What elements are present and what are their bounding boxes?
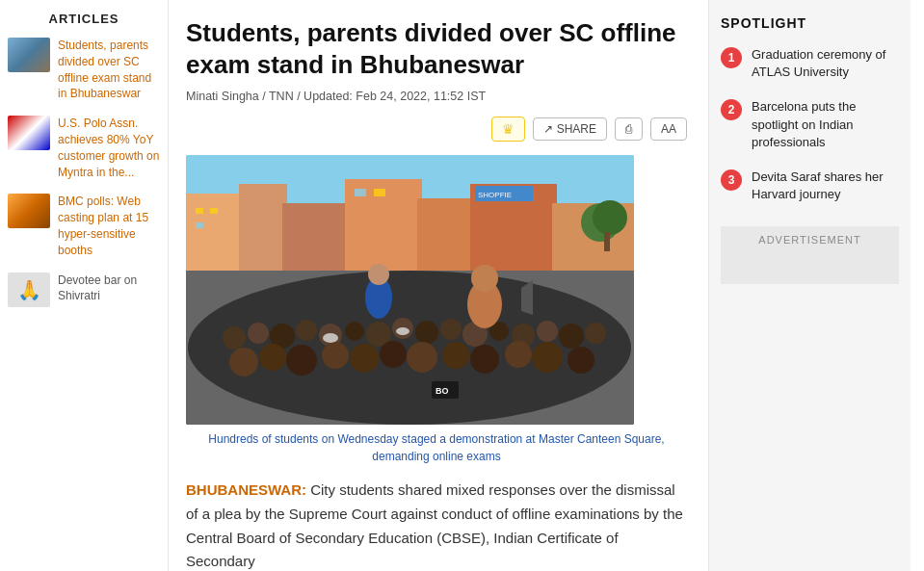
caption-text: Hundreds of students on Wednesday staged… <box>208 432 664 463</box>
svg-rect-8 <box>196 208 203 214</box>
svg-rect-9 <box>210 208 218 214</box>
spotlight-title: SPOTLIGHT <box>721 15 899 31</box>
svg-point-31 <box>559 324 584 349</box>
svg-point-30 <box>537 321 558 342</box>
crown-icon: ♛ <box>502 121 515 137</box>
spotlight-number: 2 <box>721 99 742 120</box>
article-lead: BHUBANESWAR: <box>186 481 306 498</box>
spotlight-item[interactable]: 1 Graduation ceremony of ATLAS Universit… <box>721 46 899 81</box>
article-thumb: 🙏 <box>8 273 50 307</box>
svg-point-50 <box>368 264 389 285</box>
right-sidebar: SPOTLIGHT 1 Graduation ceremony of ATLAS… <box>708 0 911 571</box>
svg-rect-57 <box>604 232 610 251</box>
svg-text:BO: BO <box>436 386 449 396</box>
articles-section-title: ARTICLES <box>8 12 160 26</box>
svg-rect-5 <box>417 198 475 271</box>
article-item-title[interactable]: U.S. Polo Assn. achieves 80% YoY custome… <box>58 116 160 180</box>
spotlight-item-text[interactable]: Barcelona puts the spotlight on Indian p… <box>752 98 899 151</box>
spotlight-item[interactable]: 3 Devita Saraf shares her Harvard journe… <box>721 169 899 203</box>
svg-point-26 <box>440 319 462 340</box>
list-item[interactable]: 🙏 Devotee bar on Shivratri <box>8 273 160 307</box>
svg-point-18 <box>248 323 269 344</box>
svg-point-40 <box>442 342 469 369</box>
advertisement-box: Advertisement <box>721 226 899 284</box>
svg-point-34 <box>259 344 286 371</box>
list-item[interactable]: BMC polls: Web casting plan at 15 hyper-… <box>8 194 160 258</box>
print-icon: ⎙ <box>625 122 632 136</box>
hero-caption: Hundreds of students on Wednesday staged… <box>186 430 687 465</box>
spotlight-item-text[interactable]: Devita Saraf shares her Harvard journey <box>752 169 899 203</box>
svg-point-38 <box>380 341 407 368</box>
hero-svg: BO SHOPFIE <box>186 155 634 425</box>
list-item[interactable]: Students, parents divided over SC offlin… <box>8 38 160 102</box>
svg-point-22 <box>345 322 364 341</box>
svg-point-42 <box>505 341 532 368</box>
article-item-title[interactable]: Students, parents divided over SC offlin… <box>58 38 160 102</box>
svg-point-52 <box>396 327 409 335</box>
svg-point-36 <box>322 342 349 369</box>
spotlight-number: 1 <box>721 47 742 68</box>
svg-point-37 <box>350 344 379 373</box>
svg-text:SHOPFIE: SHOPFIE <box>478 191 512 199</box>
svg-point-43 <box>532 342 563 373</box>
font-size-button[interactable]: AA <box>650 117 687 141</box>
svg-point-39 <box>407 342 437 373</box>
svg-point-17 <box>223 326 246 350</box>
spotlight-number: 3 <box>721 169 742 191</box>
svg-point-56 <box>593 200 627 235</box>
svg-point-16 <box>188 271 631 425</box>
svg-rect-2 <box>239 184 287 271</box>
svg-rect-3 <box>282 203 350 271</box>
spotlight-item-text[interactable]: Graduation ceremony of ATLAS University <box>752 46 899 81</box>
hero-image-container: BO SHOPFIE Hundreds of students on Wedne… <box>186 155 687 465</box>
article-thumb <box>8 194 50 228</box>
premium-button[interactable]: ♛ <box>491 117 525 142</box>
article-thumb <box>8 116 50 150</box>
svg-point-25 <box>415 321 438 344</box>
svg-rect-12 <box>374 189 385 196</box>
svg-rect-11 <box>355 189 366 196</box>
article-thumb <box>8 38 50 72</box>
svg-point-44 <box>568 347 594 374</box>
svg-point-33 <box>229 348 258 376</box>
list-item[interactable]: U.S. Polo Assn. achieves 80% YoY custome… <box>8 116 160 180</box>
meta-actions: ♛ ↗ SHARE ⎙ AA <box>491 117 687 142</box>
advertisement-label: Advertisement <box>758 234 860 246</box>
spotlight-item[interactable]: 2 Barcelona puts the spotlight on Indian… <box>721 98 899 151</box>
font-size-label: AA <box>661 122 676 136</box>
print-button[interactable]: ⎙ <box>615 117 643 141</box>
left-sidebar: ARTICLES Students, parents divided over … <box>0 0 169 571</box>
article-author: Minati Singha / TNN / Updated: Feb 24, 2… <box>186 90 486 103</box>
svg-point-51 <box>323 333 338 343</box>
svg-point-20 <box>296 320 317 341</box>
share-label: SHARE <box>557 122 596 136</box>
main-content: Students, parents divided over SC offlin… <box>169 0 708 571</box>
share-button[interactable]: ↗ SHARE <box>533 117 607 141</box>
svg-point-35 <box>286 345 317 376</box>
svg-point-46 <box>471 265 498 292</box>
article-headline: Students, parents divided over SC offlin… <box>186 17 687 80</box>
article-item-title[interactable]: Devotee bar on Shivratri <box>58 273 160 305</box>
article-meta: Minati Singha / TNN / Updated: Feb 24, 2… <box>186 90 687 142</box>
share-icon: ↗ <box>543 122 553 136</box>
article-item-title[interactable]: BMC polls: Web casting plan at 15 hyper-… <box>58 194 160 258</box>
svg-rect-10 <box>196 222 203 228</box>
svg-rect-1 <box>186 194 244 271</box>
hero-image: BO SHOPFIE <box>186 155 634 425</box>
svg-point-41 <box>470 345 499 374</box>
svg-point-32 <box>585 323 606 344</box>
article-body: BHUBANESWAR: City students shared mixed … <box>186 479 687 571</box>
